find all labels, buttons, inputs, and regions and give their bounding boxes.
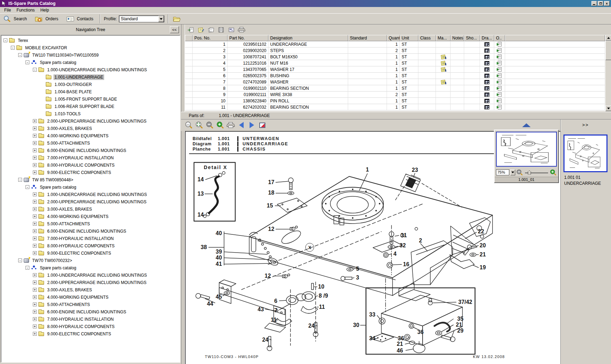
order-doc-icon[interactable] (498, 99, 502, 103)
tree-item-label[interactable]: Spare parts catalog (39, 60, 77, 65)
search-button[interactable]: Search (0, 14, 31, 24)
tree-item-label[interactable]: 9.000-ELECTRIC COMPONENTS (46, 331, 112, 337)
tree-item-label[interactable]: 4.000-WORKING EQUIPMENTS (46, 133, 109, 139)
zoom-slider[interactable] (524, 170, 549, 175)
tree-item-label[interactable]: 1.000-UNDERCARRIAGE INCLUDING MOUNTINGS (46, 192, 148, 197)
tree-item[interactable]: +3.000-AXLES, BRAKES (1, 125, 180, 132)
plus-expander-icon[interactable]: + (33, 156, 37, 160)
overview-toggle-icon[interactable] (258, 121, 266, 129)
minus-expander-icon[interactable]: - (3, 38, 7, 42)
tree-item[interactable]: -MOBILE EXCAVATOR (1, 44, 180, 51)
plus-expander-icon[interactable]: + (33, 244, 37, 248)
restore-button[interactable] (598, 1, 603, 6)
plus-expander-icon[interactable]: + (33, 170, 37, 174)
tree-item-label[interactable]: 8.000-HYDRAULIC COMPONENTS (46, 324, 116, 329)
tree-item-label[interactable]: 2.000-UPPERCARRIAGE INCLUDING MOUNTINGS (46, 118, 148, 124)
drawing-link-icon[interactable] (484, 55, 489, 59)
nav-collapse-button[interactable]: << (170, 26, 179, 33)
tree-item[interactable]: +2.000-UPPERCARRIAGE INCLUDING MOUNTINGS (1, 279, 180, 286)
column-header[interactable]: Ma... (436, 35, 451, 41)
tree-item-label[interactable]: 4.000-WORKING EQUIPMENTS (46, 294, 109, 300)
tree-item-label[interactable]: 7.000-HYDRAULIC INSTALLATION (46, 236, 115, 241)
minus-expander-icon[interactable]: - (18, 178, 22, 182)
zoom-fit-icon[interactable] (195, 121, 203, 129)
tree-item[interactable]: +5.000-ATTACHMENTS (1, 139, 180, 147)
material-note-icon[interactable] (441, 61, 446, 66)
tree-item[interactable]: +2.000-UPPERCARRIAGE INCLUDING MOUNTINGS (1, 198, 180, 205)
column-header[interactable]: Notes (451, 35, 464, 41)
menu-functions[interactable]: Functions (14, 7, 37, 13)
plus-expander-icon[interactable]: + (33, 141, 37, 145)
order-doc-icon[interactable] (498, 86, 502, 90)
tree-item[interactable]: +6.000-ENGINE INCLUDING MOUNTINGS (1, 227, 180, 235)
tree-item-label[interactable]: 5.000-ATTACHMENTS (46, 221, 91, 227)
tree-item[interactable]: 1.004-BASE PLATE (1, 88, 180, 95)
tree-item-label[interactable]: Spare parts catalog (39, 184, 77, 190)
profile-select[interactable]: Standard (119, 15, 164, 22)
tree-item[interactable]: -Spare parts catalog (1, 59, 180, 66)
tree-item[interactable]: 1.010-TOOLS (1, 110, 180, 117)
table-row[interactable]: 60265002375BUSHING1ST (185, 73, 605, 79)
plus-expander-icon[interactable]: + (33, 207, 37, 211)
minus-expander-icon[interactable]: - (26, 266, 29, 270)
tree-item[interactable]: -Spare parts catalog (1, 183, 180, 191)
minimize-button[interactable] (591, 1, 597, 6)
tree-item[interactable]: +5.000-ATTACHMENTS (1, 220, 180, 227)
plus-expander-icon[interactable]: + (33, 214, 37, 218)
tree-item-label[interactable]: 8.000-HYDRAULIC COMPONENTS (46, 243, 116, 249)
next-page-icon[interactable] (247, 121, 256, 129)
plus-expander-icon[interactable]: + (33, 119, 37, 123)
tree-item[interactable]: -1.000-UNDERCARRIAGE INCLUDING MOUNTINGS (1, 66, 180, 73)
tree-item-label[interactable]: 3.000-AXLES, BRAKES (46, 126, 93, 131)
plus-expander-icon[interactable]: + (33, 332, 37, 336)
tree-item[interactable]: -TW70 TW00700232> (1, 257, 180, 264)
order-doc-icon[interactable] (498, 105, 502, 109)
plus-expander-icon[interactable]: + (33, 288, 37, 292)
table-row[interactable]: 10239501102UNDERCARRIAGE1ST (185, 41, 605, 48)
plus-expander-icon[interactable]: + (33, 251, 37, 255)
overview-collapse-button[interactable] (517, 121, 536, 129)
tree-item[interactable]: +9.000-ELECTRIC COMPONENTS (1, 169, 180, 176)
tree-item[interactable]: +9.000-ELECTRIC COMPONENTS (1, 249, 180, 257)
menu-file[interactable]: File (1, 7, 14, 13)
tree-item[interactable]: +4.000-WORKING EQUIPMENTS (1, 132, 180, 139)
plus-expander-icon[interactable]: + (33, 192, 37, 196)
minus-expander-icon[interactable]: - (26, 60, 29, 64)
plus-expander-icon[interactable]: + (33, 134, 37, 138)
plus-expander-icon[interactable]: + (33, 295, 37, 299)
prev-page-icon[interactable] (237, 121, 245, 129)
plus-expander-icon[interactable]: + (33, 163, 37, 167)
plus-expander-icon[interactable]: + (33, 273, 37, 277)
tree-item[interactable]: +3.000-AXLES, BRAKES (1, 205, 180, 213)
order-doc-icon[interactable] (498, 80, 502, 84)
table-row[interactable]: 80199002110BEARING SECTION1ST (185, 85, 605, 92)
scroll-up-button[interactable] (605, 35, 611, 41)
tree-item[interactable]: +2.000-UPPERCARRIAGE INCLUDING MOUNTINGS (1, 117, 180, 125)
column-header[interactable] (505, 35, 605, 41)
zoom-slider-thumb[interactable] (528, 170, 531, 175)
tree-item[interactable]: +1.000-UNDERCARRIAGE INCLUDING MOUNTINGS (1, 271, 180, 279)
tree-item[interactable]: 1.001-UNDERCARRIAGE (1, 73, 180, 81)
table-row[interactable]: 31008707241BOLT M16X501ST (185, 54, 605, 60)
tree-item-label[interactable]: 1.004-BASE PLATE (53, 89, 93, 95)
image-icon[interactable] (228, 26, 235, 33)
tree-item[interactable]: +4.000-WORKING EQUIPMENTS (1, 213, 180, 220)
table-scrollbar[interactable] (605, 35, 611, 111)
column-header[interactable]: Dra... (480, 35, 494, 41)
table-row[interactable]: 70274702089WASHER1ST (185, 79, 605, 85)
drawing-link-icon[interactable] (484, 67, 489, 72)
tree-item-label[interactable]: 4.000-WORKING EQUIPMENTS (46, 214, 109, 219)
column-header[interactable]: Part No. (228, 35, 268, 41)
tree-item-label[interactable]: 1.006-REAR SUPPORT BLADE (53, 104, 115, 109)
minus-expander-icon[interactable]: - (11, 46, 15, 50)
tree-item-label[interactable]: 7.000-HYDRAULIC INSTALLATION (46, 155, 115, 161)
plus-expander-icon[interactable]: + (33, 317, 37, 321)
table-row[interactable]: 116274202032BEARING SECTION1ST (185, 104, 605, 110)
order-doc-icon[interactable] (498, 61, 502, 65)
tree-item[interactable]: 1.005-FRONT SUPPORT BLADE (1, 95, 180, 103)
tree-item[interactable]: -TW 85 TW00850448> (1, 176, 180, 183)
order-doc-icon[interactable] (498, 48, 502, 53)
plus-expander-icon[interactable]: + (33, 310, 37, 314)
tree-item-label[interactable]: 1.003-OUTRIGGER (53, 82, 93, 87)
profile-dropdown-arrow[interactable] (158, 16, 164, 22)
